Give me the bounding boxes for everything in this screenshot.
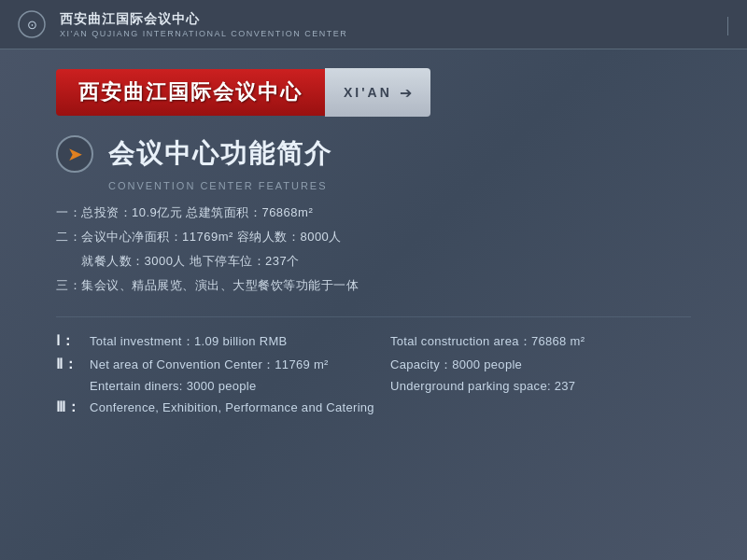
content-divider xyxy=(56,316,691,317)
en-row-2: Ⅱ： Net area of Convention Center：11769 m… xyxy=(56,356,691,373)
cn-line-1: 一：总投资：10.9亿元 总建筑面积：76868m² xyxy=(56,201,691,225)
header-text: 西安曲江国际会议中心 XI'AN QUJIANG INTERNATIONAL C… xyxy=(60,11,347,38)
en-row-1-left: Total investment：1.09 billion RMB xyxy=(90,333,390,350)
header-title-cn: 西安曲江国际会议中心 xyxy=(60,11,347,28)
svg-text:⊙: ⊙ xyxy=(27,18,37,32)
en-row-3: Entertain diners: 3000 people Undergroun… xyxy=(56,379,691,393)
banner-arrow: ➔ xyxy=(400,84,412,102)
en-row-2-right: Capacity：8000 people xyxy=(390,357,691,373)
en-numeral-4: Ⅲ： xyxy=(56,399,90,416)
logo: ⊙ xyxy=(15,7,49,41)
cn-line-2: 二：会议中心净面积：11769m² 容纳人数：8000人 xyxy=(56,225,691,249)
en-row-1: Ⅰ： Total investment：1.09 billion RMB Tot… xyxy=(56,332,691,350)
banner-title-cn: 西安曲江国际会议中心 xyxy=(78,78,303,106)
banner-title-en: XI'AN xyxy=(344,85,392,100)
en-numeral-2: Ⅱ： xyxy=(56,356,90,373)
banner-red: 西安曲江国际会议中心 xyxy=(56,69,325,116)
cn-content: 一：总投资：10.9亿元 总建筑面积：76868m² 二：会议中心净面积：117… xyxy=(56,201,691,298)
en-row-1-right: Total construction area：76868 m² xyxy=(390,333,691,350)
en-row-4: Ⅲ： Conference, Exhibition, Performance a… xyxy=(56,399,691,416)
en-content: Ⅰ： Total investment：1.09 billion RMB Tot… xyxy=(56,332,691,416)
header: ⊙ 西安曲江国际会议中心 XI'AN QUJIANG INTERNATIONAL… xyxy=(0,0,747,49)
heading-title-en: CONVENTION CENTER FEATURES xyxy=(108,180,691,191)
banner-grey: XI'AN ➔ xyxy=(325,68,430,117)
banner: 西安曲江国际会议中心 XI'AN ➔ xyxy=(56,68,691,117)
en-row-3-left: Entertain diners: 3000 people xyxy=(90,379,390,393)
header-title-en: XI'AN QUJIANG INTERNATIONAL CONVENTION C… xyxy=(60,29,347,38)
section-heading: ➤ 会议中心功能简介 xyxy=(56,135,691,173)
main-content: 西安曲江国际会议中心 XI'AN ➔ ➤ 会议中心功能简介 CONVENTION… xyxy=(0,49,747,441)
header-divider xyxy=(727,17,728,35)
en-row-4-left: Conference, Exhibition, Performance and … xyxy=(90,400,691,414)
heading-arrow-icon: ➤ xyxy=(67,143,83,165)
heading-title-cn: 会议中心功能简介 xyxy=(108,136,332,172)
en-row-2-left: Net area of Convention Center：11769 m² xyxy=(90,357,390,373)
en-row-3-right: Underground parking space: 237 xyxy=(390,379,691,393)
heading-icon: ➤ xyxy=(56,135,93,173)
cn-line-3: 就餐人数：3000人 地下停车位：237个 xyxy=(56,249,691,273)
cn-line-4: 三：集会议、精品展览、演出、大型餐饮等功能于一体 xyxy=(56,273,691,298)
en-numeral-1: Ⅰ： xyxy=(56,332,90,350)
